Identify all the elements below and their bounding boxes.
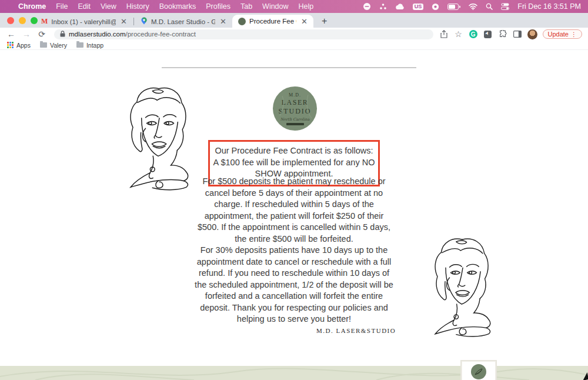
menu-help[interactable]: Help [299,2,314,11]
menu-edit[interactable]: Edit [78,2,91,11]
lock-icon[interactable] [60,31,65,38]
tab-procedure-fee-contract[interactable]: Procedure Fee Contract ✕ [232,15,313,28]
menubar-clock[interactable]: Fri Dec 16 3:51 PM [517,2,581,11]
tab-gmail-inbox[interactable]: M Inbox (1) - valeryhill@gmail.co ✕ [35,15,133,28]
deposit-500-paragraph: For $500 deposits the patient may resche… [193,176,395,245]
cloud-icon[interactable] [395,2,405,11]
folder-icon [76,42,83,48]
tab-close-icon[interactable]: ✕ [300,18,309,25]
reload-button[interactable]: ⟳ [35,29,48,39]
line-art-face-right [427,230,499,343]
bookmark-star-icon[interactable]: ☆ [454,29,463,39]
focus-mode-icon[interactable] [363,2,371,11]
input-source-badge[interactable]: US [413,4,424,10]
bookmark-folder-valery[interactable]: Valery [40,42,67,49]
side-panel-icon[interactable] [513,29,522,39]
wifi-icon[interactable] [469,2,477,11]
tab-google-maps[interactable]: M.D. Laser Studio - Google Ma ✕ [135,15,232,28]
menu-view[interactable]: View [101,2,116,11]
bookmark-apps[interactable]: Apps [7,42,31,49]
site-favicon [238,18,246,25]
footer-leaf-pattern [0,366,588,380]
line-art-face-left [119,83,201,192]
chat-widget-card[interactable] [460,360,497,380]
gmail-icon: M [41,17,48,26]
url-path: /procedure-fee-contract [126,31,196,38]
tab-label: M.D. Laser Studio - Google Ma [151,18,215,25]
tab-close-icon[interactable]: ✕ [119,18,128,25]
control-center-icon[interactable] [501,2,509,11]
back-button[interactable]: ← [5,29,18,39]
menu-file[interactable]: File [56,2,68,11]
pointer-extension-icon[interactable] [483,29,493,39]
macos-menubar: Chrome File Edit View History Bookmarks … [0,0,588,13]
share-icon[interactable] [439,29,449,39]
menu-bookmarks[interactable]: Bookmarks [159,2,196,11]
forward-button[interactable]: → [20,29,33,39]
webpage-content: M.D. LASER STUDIO North Carolina Our Pro… [0,50,588,380]
menu-chrome[interactable]: Chrome [18,2,46,11]
address-bar[interactable]: mdlaserstudio.com/procedure-fee-contract [54,29,433,39]
signature-text: M.D. LASER&STUDIO [316,327,396,334]
screen: Chrome File Edit View History Bookmarks … [0,0,588,380]
minimize-window-button[interactable] [19,17,26,24]
deposit-30pct-paragraph: For 30% deposits patients have 10 days u… [193,245,395,325]
chrome-toolbar: ← → ⟳ mdlaserstudio.com/procedure-fee-co… [0,28,588,41]
logo-leaf-decoration [273,86,317,131]
tab-label: Inbox (1) - valeryhill@gmail.co [51,18,116,25]
folder-icon [40,42,47,48]
bookmarks-bar: Apps Valery Intapp [0,41,588,50]
app-ring-icon[interactable] [432,2,439,11]
apps-grid-icon [7,42,14,48]
app-dots-icon[interactable] [379,2,387,11]
tab-separator [133,18,134,25]
extensions-puzzle-icon[interactable] [498,29,507,39]
menu-profiles[interactable]: Profiles [206,2,230,11]
url-domain: mdlaserstudio.com [69,31,126,38]
menu-history[interactable]: History [126,2,149,11]
new-tab-button[interactable]: + [318,16,330,26]
mouse-cursor [582,372,588,380]
google-maps-icon [141,17,148,26]
profile-avatar[interactable] [527,29,537,39]
close-window-button[interactable] [7,17,14,24]
tab-label: Procedure Fee Contract [249,18,296,25]
md-laser-studio-logo: M.D. LASER STUDIO North Carolina [273,86,317,131]
tab-close-icon[interactable]: ✕ [219,18,228,25]
policy-text: For $500 deposits the patient may resche… [193,176,395,325]
footer-band [0,366,588,380]
grammarly-extension-icon[interactable]: G [469,29,478,39]
update-menu-dots-icon: ⋮ [571,31,577,38]
menu-tab[interactable]: Tab [240,2,252,11]
window-controls [7,17,38,24]
update-chrome-button[interactable]: Update ⋮ [543,29,582,39]
bookmark-folder-intapp[interactable]: Intapp [76,42,103,49]
chrome-tabstrip: M Inbox (1) - valeryhill@gmail.co ✕ M.D.… [0,13,588,28]
battery-icon[interactable] [447,2,460,11]
spotlight-search-icon[interactable] [486,2,493,11]
leaf-logo-icon [471,364,486,379]
header-divider-line [162,67,416,68]
menu-window[interactable]: Window [262,2,288,11]
